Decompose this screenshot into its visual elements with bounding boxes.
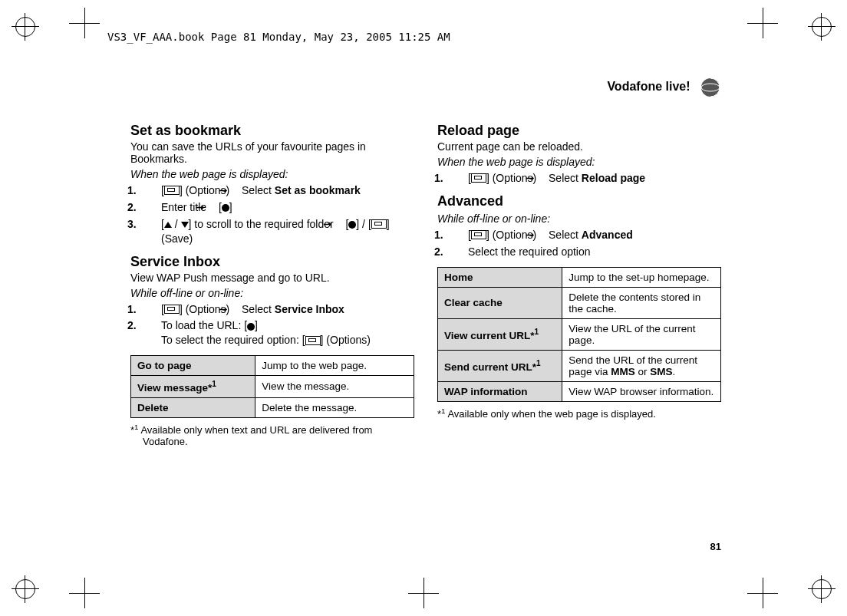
heading-set-as-bookmark: Set as bookmark [130,123,414,139]
service-footnote: *1 Available only when text and URL are … [130,423,414,447]
softkey-icon [164,305,180,314]
file-header: VS3_VF_AAA.book Page 81 Monday, May 23, … [107,31,450,43]
page-number: 81 [710,541,721,552]
softkey-icon [471,173,486,183]
reg-mark [15,17,35,37]
crop-mark [747,578,778,608]
table-cell: View current URL*1 [438,318,562,350]
page-title: Vodafone live! [607,80,690,93]
table-cell: Jump to the web page. [255,356,414,376]
center-key-icon [222,204,229,212]
page-content: Vodafone live! Set as bookmark You can s… [130,77,721,552]
service-options-table: Go to pageJump to the web page. View mes… [130,355,414,418]
softkey-icon [305,336,321,345]
crop-mark [408,578,439,608]
table-cell: Send the URL of the current page via MMS… [562,350,721,381]
service-when: While off-line or on-line: [130,287,414,299]
crop-mark [69,578,100,608]
advanced-footnote: *1 Available only when the web page is d… [437,407,721,420]
reg-mark [812,579,832,599]
heading-service-inbox: Service Inbox [130,254,414,270]
table-cell: Jump to the set-up homepage. [562,267,721,287]
table-cell: Delete the contents stored in the cache. [562,287,721,318]
bookmark-when: When the web page is displayed: [130,168,414,180]
table-cell: View the message. [255,376,414,398]
down-icon [181,222,189,228]
bookmark-desc: You can save the URLs of your favourite … [130,140,414,165]
softkey-icon [164,186,180,195]
softkey-icon [471,230,486,239]
table-cell: Delete the message. [255,397,414,417]
reload-when: When the web page is displayed: [437,156,721,168]
service-desc: View WAP Push message and go to URL. [130,272,414,284]
up-icon [164,222,172,228]
center-key-icon [348,221,356,229]
bookmark-steps: 1.[] (Options) ➞ Select Set as bookmark … [130,183,414,246]
right-column: Reload page Current page can be reloaded… [437,118,721,452]
center-key-icon [247,323,255,331]
left-column: Set as bookmark You can save the URLs of… [130,118,414,452]
crop-mark [747,8,778,38]
table-cell: Send current URL*1 [438,350,562,381]
table-cell: View the URL of the current page. [562,318,721,350]
service-steps: 1.[] (Options) ➞ Select Service Inbox 2.… [130,302,414,348]
table-cell: Go to page [131,356,255,376]
softkey-icon [371,219,387,229]
crop-mark [69,8,100,38]
advanced-options-table: HomeJump to the set-up homepage. Clear c… [437,267,721,402]
table-cell: Home [438,267,562,287]
heading-advanced: Advanced [437,193,721,209]
reload-steps: 1.[] (Options) ➞ Select Reload page [437,171,721,186]
reg-mark [812,17,832,37]
table-cell: View WAP browser information. [562,381,721,401]
advanced-steps: 1.[] (Options) ➞ Select Advanced 2.Selec… [437,228,721,259]
heading-reload-page: Reload page [437,123,721,139]
globe-icon [700,77,721,98]
reload-desc: Current page can be reloaded. [437,140,721,153]
table-cell: Delete [131,397,255,417]
table-cell: Clear cache [438,287,562,318]
table-cell: WAP information [438,381,562,401]
table-cell: View message*1 [131,376,255,398]
advanced-when: While off-line or on-line: [437,212,721,225]
reg-mark [15,579,35,599]
page-header: Vodafone live! [130,77,721,103]
